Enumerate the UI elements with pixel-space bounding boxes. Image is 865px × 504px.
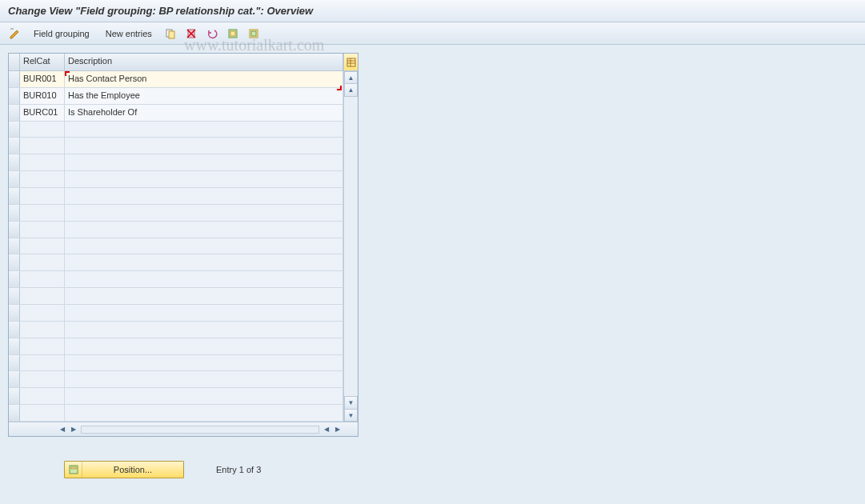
table-row[interactable] — [9, 405, 343, 422]
table-row[interactable] — [9, 388, 343, 405]
row-selector[interactable] — [9, 305, 20, 321]
undo-icon[interactable] — [203, 26, 221, 42]
table-row[interactable] — [9, 138, 343, 154]
hscroll-step-left-icon[interactable]: ◀ — [321, 422, 332, 436]
cell-relcat[interactable] — [20, 338, 65, 354]
cell-relcat[interactable] — [20, 371, 65, 387]
cell-description[interactable]: Is Shareholder Of — [65, 105, 343, 121]
table-row[interactable] — [9, 271, 343, 288]
table-row[interactable] — [9, 338, 343, 355]
table-settings-icon[interactable] — [343, 54, 358, 70]
cell-description[interactable] — [65, 205, 343, 221]
cell-relcat[interactable]: BURC01 — [20, 105, 65, 121]
table-row[interactable] — [9, 171, 343, 188]
cell-description[interactable] — [65, 338, 343, 354]
cell-description[interactable] — [65, 222, 343, 238]
position-button[interactable]: Position... — [64, 461, 184, 478]
field-grouping-button[interactable]: Field grouping — [27, 27, 96, 40]
table-row[interactable] — [9, 305, 343, 322]
row-selector[interactable] — [9, 205, 20, 221]
cell-description[interactable]: Has Contact Person — [65, 71, 343, 87]
row-selector[interactable] — [9, 238, 20, 254]
cell-description[interactable]: Has the Employee — [65, 88, 343, 104]
cell-relcat[interactable] — [20, 388, 65, 404]
scroll-down-icon[interactable]: ▼ — [344, 409, 358, 422]
row-selector[interactable] — [9, 105, 20, 121]
row-selector[interactable] — [9, 154, 20, 170]
table-row[interactable]: BUR001Has Contact Person — [9, 71, 343, 88]
cell-relcat[interactable] — [20, 171, 65, 187]
scroll-track[interactable] — [344, 97, 358, 396]
table-row[interactable] — [9, 205, 343, 222]
cell-description[interactable] — [65, 371, 343, 387]
row-selector[interactable] — [9, 322, 20, 338]
row-selector[interactable] — [9, 138, 20, 154]
table-row[interactable] — [9, 154, 343, 171]
row-selector[interactable] — [9, 71, 20, 87]
cell-description[interactable] — [65, 388, 343, 404]
cell-description[interactable] — [65, 355, 343, 371]
cell-relcat[interactable] — [20, 205, 65, 221]
cell-relcat[interactable]: BUR001 — [20, 71, 65, 87]
hscroll-left-icon[interactable]: ◀ — [57, 422, 68, 436]
cell-description[interactable] — [65, 122, 343, 138]
table-row[interactable]: BUR010Has the Employee — [9, 88, 343, 105]
cell-description[interactable] — [65, 322, 343, 338]
row-selector[interactable] — [9, 288, 20, 304]
cell-relcat[interactable] — [20, 355, 65, 371]
cell-relcat[interactable] — [20, 288, 65, 304]
select-all-icon[interactable] — [224, 26, 242, 42]
row-selector[interactable] — [9, 122, 20, 138]
scroll-down-page-icon[interactable]: ▼ — [344, 396, 358, 409]
cell-relcat[interactable]: BUR010 — [20, 88, 65, 104]
edit-toggle-icon[interactable] — [6, 26, 24, 42]
cell-description[interactable] — [65, 238, 343, 254]
row-selector[interactable] — [9, 88, 20, 104]
cell-relcat[interactable] — [20, 238, 65, 254]
table-row[interactable]: BURC01Is Shareholder Of — [9, 105, 343, 122]
table-row[interactable] — [9, 238, 343, 255]
cell-description[interactable] — [65, 288, 343, 304]
row-selector[interactable] — [9, 388, 20, 404]
hscroll-track[interactable] — [81, 426, 319, 434]
scroll-up-icon[interactable]: ▲ — [344, 71, 358, 84]
cell-description[interactable] — [65, 254, 343, 270]
deselect-all-icon[interactable] — [245, 26, 262, 42]
row-selector[interactable] — [9, 254, 20, 270]
cell-description[interactable] — [65, 305, 343, 321]
cell-description[interactable] — [65, 154, 343, 170]
table-row[interactable] — [9, 222, 343, 238]
delete-icon[interactable] — [182, 26, 200, 42]
cell-description[interactable] — [65, 138, 343, 154]
cell-relcat[interactable] — [20, 322, 65, 338]
row-selector[interactable] — [9, 188, 20, 204]
cell-relcat[interactable] — [20, 254, 65, 270]
hscroll-right-icon[interactable]: ▶ — [332, 422, 343, 436]
cell-description[interactable] — [65, 188, 343, 204]
row-selector[interactable] — [9, 371, 20, 387]
table-row[interactable] — [9, 188, 343, 205]
row-selector[interactable] — [9, 338, 20, 354]
cell-relcat[interactable] — [20, 188, 65, 204]
cell-description[interactable] — [65, 171, 343, 187]
new-entries-button[interactable]: New entries — [99, 27, 158, 40]
cell-relcat[interactable] — [20, 305, 65, 321]
table-row[interactable] — [9, 371, 343, 388]
scroll-up-page-icon[interactable]: ▲ — [344, 84, 358, 97]
row-selector[interactable] — [9, 405, 20, 421]
cell-relcat[interactable] — [20, 122, 65, 138]
cell-description[interactable] — [65, 405, 343, 421]
row-selector[interactable] — [9, 271, 20, 287]
row-selector[interactable] — [9, 222, 20, 238]
cell-relcat[interactable] — [20, 138, 65, 154]
cell-description[interactable] — [65, 271, 343, 287]
column-header-description[interactable]: Description — [65, 54, 343, 70]
column-header-relcat[interactable]: RelCat — [20, 54, 65, 70]
vertical-scrollbar[interactable]: ▲ ▲ ▼ ▼ — [343, 71, 358, 422]
row-selector[interactable] — [9, 355, 20, 371]
cell-relcat[interactable] — [20, 271, 65, 287]
table-row[interactable] — [9, 355, 343, 372]
row-selector-header[interactable] — [9, 54, 20, 70]
table-row[interactable] — [9, 322, 343, 338]
cell-relcat[interactable] — [20, 222, 65, 238]
